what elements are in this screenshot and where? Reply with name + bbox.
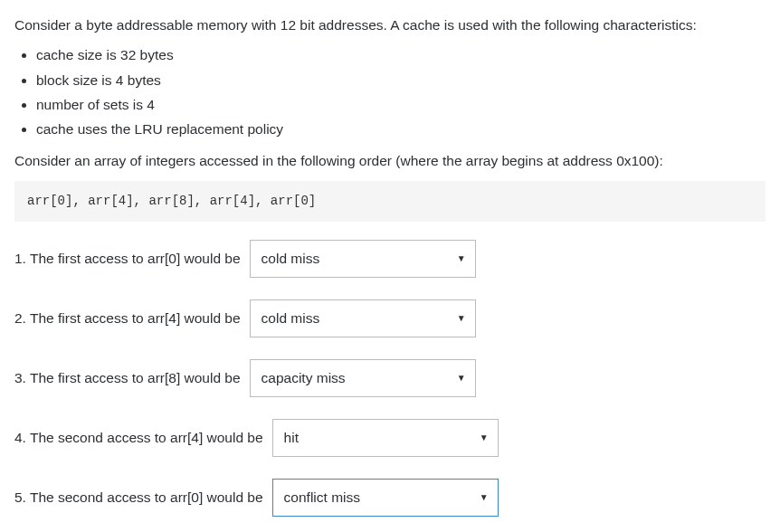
- answer-dropdown-3[interactable]: capacity miss ▼: [250, 359, 476, 397]
- questions-container: 1. The first access to arr[0] would be c…: [14, 240, 766, 517]
- question-label: 3. The first access to arr[8] would be: [14, 367, 241, 388]
- list-item: block size is 4 bytes: [36, 70, 766, 90]
- chevron-down-icon: ▼: [457, 371, 466, 385]
- question-row: 4. The second access to arr[4] would be …: [14, 419, 766, 457]
- dropdown-value: cold miss: [262, 248, 320, 269]
- question-row: 5. The second access to arr[0] would be …: [14, 479, 766, 517]
- question-label: 5. The second access to arr[0] would be: [14, 487, 263, 508]
- dropdown-value: cold miss: [262, 308, 320, 328]
- code-block: arr[0], arr[4], arr[8], arr[4], arr[0]: [14, 181, 766, 222]
- question-row: 1. The first access to arr[0] would be c…: [14, 240, 766, 278]
- dropdown-value: capacity miss: [262, 367, 346, 388]
- answer-dropdown-4[interactable]: hit ▼: [272, 419, 499, 457]
- list-item: cache size is 32 bytes: [36, 44, 766, 65]
- question-label: 2. The first access to arr[4] would be: [14, 308, 241, 328]
- parameters-list: cache size is 32 bytes block size is 4 b…: [14, 44, 766, 139]
- list-item: number of sets is 4: [36, 94, 766, 115]
- intro-text-2: Consider an array of integers accessed i…: [14, 150, 766, 171]
- question-label: 1. The first access to arr[0] would be: [14, 248, 241, 269]
- chevron-down-icon: ▼: [457, 311, 466, 325]
- question-row: 3. The first access to arr[8] would be c…: [14, 359, 766, 397]
- answer-dropdown-2[interactable]: cold miss ▼: [250, 299, 476, 337]
- chevron-down-icon: ▼: [457, 252, 466, 265]
- intro-text: Consider a byte addressable memory with …: [14, 14, 766, 35]
- dropdown-value: hit: [284, 427, 299, 448]
- dropdown-value: conflict miss: [284, 487, 360, 508]
- question-row: 2. The first access to arr[4] would be c…: [14, 299, 766, 337]
- chevron-down-icon: ▼: [480, 431, 489, 444]
- chevron-down-icon: ▼: [480, 490, 489, 504]
- question-label: 4. The second access to arr[4] would be: [14, 427, 263, 448]
- list-item: cache uses the LRU replacement policy: [36, 119, 766, 139]
- answer-dropdown-1[interactable]: cold miss ▼: [250, 240, 476, 278]
- answer-dropdown-5[interactable]: conflict miss ▼: [272, 479, 499, 517]
